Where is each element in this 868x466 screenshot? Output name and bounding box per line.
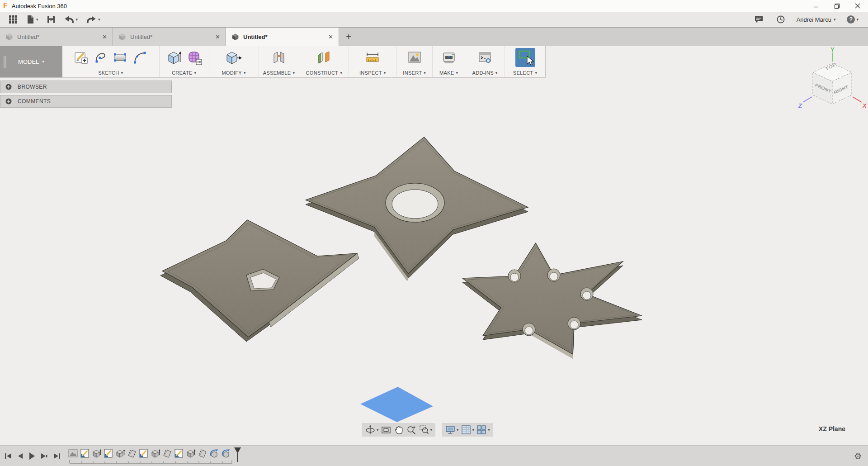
new-tab-button[interactable]: + [339, 28, 358, 46]
sketch-feature-icon [138, 448, 149, 459]
redo-button[interactable]: ▾ [82, 12, 104, 27]
arc-tool-button[interactable] [132, 50, 147, 65]
select-tool-button[interactable] [515, 48, 535, 67]
measure-button[interactable] [364, 49, 381, 66]
save-button[interactable] [42, 12, 60, 27]
timeline-extrude-feature[interactable] [91, 448, 102, 459]
viewport-canvas[interactable]: MODEL ▾ [0, 46, 868, 445]
timeline-sketch-feature[interactable] [138, 448, 149, 459]
create-form-button[interactable] [186, 49, 203, 66]
orbit-caret-icon: ▾ [377, 428, 379, 432]
timeline-chamfer-feature[interactable] [197, 448, 208, 459]
zoom-button[interactable] [406, 424, 417, 435]
help-menu-button[interactable]: ? ▾ [843, 15, 863, 24]
grid-snap-button[interactable]: ▾ [461, 424, 475, 435]
make-group-label[interactable]: MAKE ▾ [433, 68, 465, 77]
look-at-button[interactable] [381, 424, 392, 435]
document-tab-2[interactable]: Untitled* ✕ [113, 28, 226, 46]
comments-button[interactable] [750, 15, 768, 24]
insert-group-label[interactable]: INSERT ▾ [396, 68, 432, 77]
timeline-position-marker[interactable] [232, 447, 242, 464]
viewports-button[interactable]: ▾ [476, 424, 490, 435]
timeline-sketch-feature[interactable] [174, 448, 184, 459]
timeline-chamfer-feature[interactable] [127, 448, 137, 459]
timeline-extrude-feature[interactable] [115, 448, 125, 459]
workspace-switcher[interactable]: MODEL ▾ [0, 46, 62, 77]
go-to-end-button[interactable] [53, 452, 61, 460]
tab-close-icon[interactable]: ✕ [102, 33, 107, 40]
joint-button[interactable] [271, 49, 287, 66]
document-tab-3-active[interactable]: Untitled* ✕ [226, 28, 339, 46]
step-forward-button[interactable] [40, 452, 48, 460]
user-account-menu[interactable]: Andrei Marcu ▾ [794, 16, 839, 23]
minimize-icon [813, 3, 819, 9]
timeline-sketch-feature[interactable] [80, 448, 90, 459]
display-settings-group: ▾ ▾ ▾ [442, 423, 493, 437]
browser-panel-header[interactable]: BROWSER [0, 81, 172, 93]
workspace-label: MODEL [18, 58, 39, 65]
inspect-group-label[interactable]: INSPECT ▾ [349, 68, 396, 77]
timeline-revolve-feature[interactable] [221, 448, 231, 459]
tab-close-icon[interactable]: ✕ [215, 33, 220, 40]
timeline-sketch-feature[interactable] [103, 448, 113, 459]
insert-image-button[interactable] [406, 49, 423, 66]
display-settings-button[interactable]: ▾ [445, 424, 459, 435]
timeline-extrude-feature[interactable] [185, 448, 196, 459]
select-caret-icon: ▾ [535, 71, 537, 75]
job-status-button[interactable] [772, 15, 789, 24]
shuriken-pinwheel[interactable] [158, 217, 362, 344]
timeline-chamfer-feature[interactable] [162, 448, 172, 459]
assemble-group-label[interactable]: ASSEMBLE ▾ [259, 68, 299, 77]
timeline-extrude-feature[interactable] [150, 448, 160, 459]
construct-group-label[interactable]: CONSTRUCT ▾ [299, 68, 349, 77]
restore-button[interactable] [826, 0, 847, 12]
close-button[interactable] [847, 0, 868, 12]
viewports-caret-icon: ▾ [488, 428, 490, 432]
comments-panel-header[interactable]: COMMENTS [0, 95, 172, 108]
step-back-button[interactable] [17, 452, 24, 460]
rectangle-tool-button[interactable] [113, 50, 128, 65]
ribbon-group-inspect: INSPECT ▾ [349, 46, 396, 77]
play-button[interactable] [28, 452, 35, 460]
create-sketch-button[interactable] [74, 50, 89, 65]
timeline-settings-button[interactable]: ⚙ [854, 452, 862, 460]
addins-group-label[interactable]: ADD-INS ▾ [465, 68, 505, 77]
select-group-label[interactable]: SELECT ▾ [505, 68, 545, 77]
xz-plane-indicator[interactable] [359, 385, 435, 424]
pan-button[interactable] [393, 424, 404, 435]
restore-icon [834, 3, 840, 9]
timeline-canvas-feature[interactable] [68, 448, 78, 459]
image-icon [406, 49, 423, 66]
press-pull-button[interactable] [225, 49, 242, 66]
sketch-group-label[interactable]: SKETCH ▾ [62, 68, 159, 77]
app-launcher-button[interactable] [5, 12, 22, 27]
minimize-button[interactable] [806, 0, 826, 12]
comment-icon [754, 15, 764, 24]
construct-plane-button[interactable] [316, 49, 332, 66]
undo-icon [64, 16, 75, 24]
window-zoom-button[interactable]: ▾ [419, 424, 433, 435]
go-to-start-button[interactable] [5, 452, 12, 460]
file-menu-button[interactable]: ▾ [22, 12, 42, 27]
axis-x-label: X [862, 102, 867, 109]
undo-button[interactable]: ▾ [60, 12, 82, 27]
window-zoom-caret-icon: ▾ [430, 428, 433, 432]
form-icon [186, 49, 203, 66]
view-cube[interactable]: Y TOP FRONT RIGHT Z X [798, 47, 867, 119]
save-icon [47, 15, 56, 24]
canvas-feature-icon [68, 448, 78, 459]
document-tab-1[interactable]: Untitled* ✕ [0, 28, 113, 46]
plane-name-label: XZ Plane [819, 425, 845, 433]
modify-group-label[interactable]: MODIFY ▾ [209, 68, 259, 77]
scripts-addins-button[interactable] [477, 49, 493, 66]
spline-tool-button[interactable] [93, 50, 108, 65]
tab-close-icon[interactable]: ✕ [328, 33, 333, 40]
create-group-label[interactable]: CREATE ▾ [160, 68, 209, 77]
shuriken-six-point[interactable] [461, 240, 651, 362]
orbit-button[interactable]: ▾ [365, 424, 379, 435]
tab-label: Untitled* [130, 33, 152, 40]
make-3d-print-button[interactable] [441, 49, 457, 66]
timeline-revolve-feature[interactable] [209, 448, 219, 459]
axis-y-label: Y [830, 47, 835, 53]
extrude-button[interactable] [166, 49, 182, 66]
